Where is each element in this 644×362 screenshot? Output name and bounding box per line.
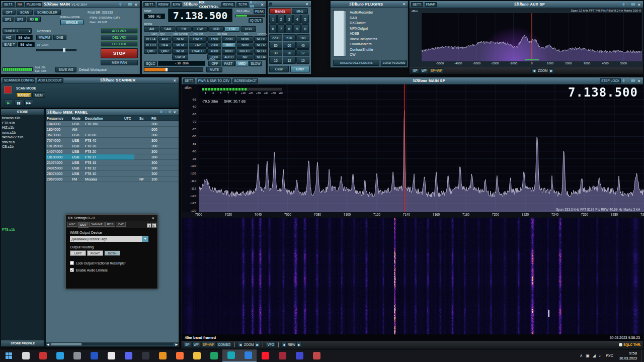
digit-0-button[interactable]: 0 bbox=[301, 24, 309, 33]
mem-column-mode[interactable]: Mode bbox=[71, 117, 84, 120]
main-window-buttons[interactable]: 0 - 00 bbox=[119, 3, 132, 7]
rx-settings-close-icon[interactable]: × bbox=[151, 216, 155, 221]
table-row[interactable]: 28074000USBFT8 10300 bbox=[46, 171, 179, 176]
digit-6-button[interactable]: 6 bbox=[269, 24, 277, 33]
rbw-up-button[interactable]: ▶ bbox=[296, 342, 302, 347]
scan-button[interactable]: SCAN bbox=[17, 10, 33, 15]
rx-close-icon[interactable]: × bbox=[260, 2, 265, 7]
mode-button-am[interactable]: AM bbox=[144, 26, 159, 32]
loaded-profile-name[interactable]: FT8.s1b bbox=[2, 228, 15, 231]
stop-button[interactable]: STOP bbox=[101, 48, 138, 58]
mode-button-lsb[interactable]: LSB bbox=[224, 26, 240, 32]
dab-notch-button[interactable]: DAB bbox=[53, 35, 66, 40]
taskbar-app-1[interactable] bbox=[34, 349, 51, 362]
taskbar-app-3[interactable] bbox=[68, 349, 86, 362]
digit-4-button[interactable]: 4 bbox=[293, 15, 301, 24]
rsyn1-button[interactable]: RSYN1 bbox=[221, 2, 235, 7]
rx-button-3000[interactable]: 3000 bbox=[222, 42, 236, 48]
audio-limiters-row[interactable]: ✓ Enable Audio Limiters bbox=[70, 268, 153, 272]
band-30-button[interactable]: 30 bbox=[269, 49, 282, 56]
tray-volume-icon[interactable]: ♪ bbox=[599, 353, 601, 358]
plugin-item-dab[interactable]: DAB bbox=[350, 16, 406, 21]
table-row[interactable]: 1854000AM600 bbox=[46, 127, 179, 132]
keypad-tab-bands[interactable]: Bands bbox=[269, 8, 291, 14]
enter-button[interactable]: Enter bbox=[290, 66, 310, 72]
aux-zoom-in-button[interactable]: ▶ bbox=[548, 68, 554, 73]
band-17-button[interactable]: 17 bbox=[296, 49, 309, 56]
rx-button-4000[interactable]: 4000 bbox=[207, 48, 221, 54]
taskbar-app-15[interactable] bbox=[274, 349, 291, 362]
wf-tab[interactable]: WF bbox=[192, 342, 200, 347]
store-file-beacon-s1b[interactable]: beacon.s1b bbox=[2, 116, 43, 121]
step-value-display[interactable]: 500 Hz bbox=[144, 14, 165, 19]
aux-titlebar[interactable]: SETT. FMAP SDRuno AUX SP 0 - 00× bbox=[410, 1, 643, 8]
mem-titlebar[interactable]: SDRuno MEM. PANEL 0 - 0× bbox=[46, 109, 179, 116]
mem-window-buttons[interactable]: 0 - 0 bbox=[160, 110, 171, 114]
exw-button[interactable]: EXW bbox=[172, 2, 182, 7]
mem-column-filt[interactable]: Filt bbox=[150, 117, 169, 120]
store-file-ft8-s1b[interactable]: FT8.s1b bbox=[2, 121, 43, 126]
rx-button-nbw[interactable]: NBW bbox=[236, 36, 254, 42]
aux-spectrum-canvas[interactable] bbox=[422, 13, 642, 61]
rx-button-nboff[interactable]: NBOFF bbox=[236, 48, 254, 54]
main-sp-window-buttons[interactable]: 0 - 00 bbox=[622, 79, 635, 83]
plugin-category-listbox[interactable] bbox=[333, 10, 346, 56]
taskbar-app-16[interactable] bbox=[291, 349, 308, 362]
main-na-button[interactable]: NA bbox=[16, 2, 24, 7]
band-160-button[interactable]: 160 bbox=[296, 34, 309, 41]
volume-slider[interactable] bbox=[144, 67, 203, 72]
taskbar-clock[interactable]: 9:58 30.03.2023 bbox=[615, 351, 641, 361]
keypad-titlebar[interactable]: × bbox=[268, 1, 311, 7]
mem-hscrollbar[interactable]: ◀ ▶ bbox=[46, 342, 179, 346]
lo-lock-button[interactable]: LO LOCK bbox=[101, 41, 138, 47]
taskbar-app-10[interactable] bbox=[188, 349, 205, 362]
scan-pause-button[interactable]: ▮▮ bbox=[14, 100, 23, 106]
rx-button-2200[interactable]: 2200 bbox=[222, 36, 236, 42]
clear-button[interactable]: Clear bbox=[269, 66, 289, 72]
store-profile-button[interactable]: STORE PROFILE bbox=[1, 340, 44, 346]
tab-scroll-right-icon[interactable]: ▸ bbox=[152, 223, 156, 228]
peak-button[interactable]: PEAK bbox=[254, 9, 265, 14]
main-close-icon[interactable]: × bbox=[134, 2, 138, 7]
tab-cat[interactable]: CAT bbox=[116, 222, 126, 227]
band-15-button[interactable]: 15 bbox=[269, 57, 282, 64]
scheduler-button[interactable]: SCHEDULER bbox=[34, 10, 61, 15]
del-vrx-button[interactable]: DEL VRX bbox=[101, 35, 138, 40]
single-mode-button[interactable]: SINGLE bbox=[60, 20, 84, 25]
taskbar-app-2[interactable] bbox=[51, 349, 68, 362]
table-row[interactable]: 29670000FMМоскваNF100 bbox=[46, 176, 179, 182]
scan-mem-button[interactable]: MEM bbox=[32, 93, 45, 98]
sp1-button[interactable]: SP1 bbox=[3, 17, 14, 22]
scanner-config-button[interactable]: SCANNER CONFIG bbox=[3, 78, 35, 83]
rf-gain-slider[interactable] bbox=[36, 49, 76, 51]
zoom-out-button[interactable]: ◀ bbox=[237, 342, 243, 347]
rx-button-qms[interactable]: QMS bbox=[144, 48, 157, 54]
main-sett-button[interactable]: SETT. bbox=[3, 2, 15, 7]
digit-2-button[interactable]: 2 bbox=[277, 15, 285, 24]
rx-button-2800[interactable]: 2800 bbox=[207, 42, 221, 48]
mem-column-frequency[interactable]: Frequency bbox=[46, 117, 71, 120]
digit-1-button[interactable]: 1 bbox=[269, 15, 277, 24]
mem-pan-button[interactable]: MEM PAN bbox=[101, 60, 138, 65]
taskbar-app-12[interactable] bbox=[222, 349, 239, 362]
aux-sp-wf-tab[interactable]: SP+WF bbox=[429, 68, 444, 73]
rx-button-qmr[interactable]: QMR bbox=[158, 48, 172, 54]
spectrum-area[interactable]: dBm -55-60-65-70-75-80-85-90-95-100-105-… bbox=[182, 84, 643, 212]
plugin-item-adsb[interactable]: ADSB bbox=[350, 31, 406, 37]
taskbar-app-4[interactable] bbox=[86, 349, 103, 362]
rx-button-zap[interactable]: ZAP bbox=[189, 42, 207, 48]
mem-column-su[interactable]: Su bbox=[138, 117, 150, 120]
aux-sett-button[interactable]: SETT. bbox=[411, 2, 423, 7]
taskbar-app-7[interactable] bbox=[137, 349, 154, 362]
table-row[interactable]: 21074000USBFT8 15300 bbox=[46, 160, 179, 165]
output-device-dropdown[interactable]: Динамики (Realtek High ▼ bbox=[70, 236, 148, 242]
plugin-list-scrollbar[interactable] bbox=[344, 11, 346, 56]
routing-both-button[interactable]: BOTH bbox=[104, 250, 120, 256]
store-file-sstv-s1b[interactable]: sstv.s1b bbox=[2, 140, 43, 145]
frequency-display[interactable]: 7.138.500 bbox=[168, 9, 232, 22]
combo-tab[interactable]: COMBO bbox=[216, 342, 232, 347]
table-row[interactable]: 3573000USBFT8 80300 bbox=[46, 132, 179, 138]
rx-button-1500[interactable]: 1500 bbox=[207, 36, 221, 42]
mem-hscroll-thumb[interactable] bbox=[51, 343, 82, 345]
rx-button[interactable]: RX bbox=[27, 17, 41, 22]
